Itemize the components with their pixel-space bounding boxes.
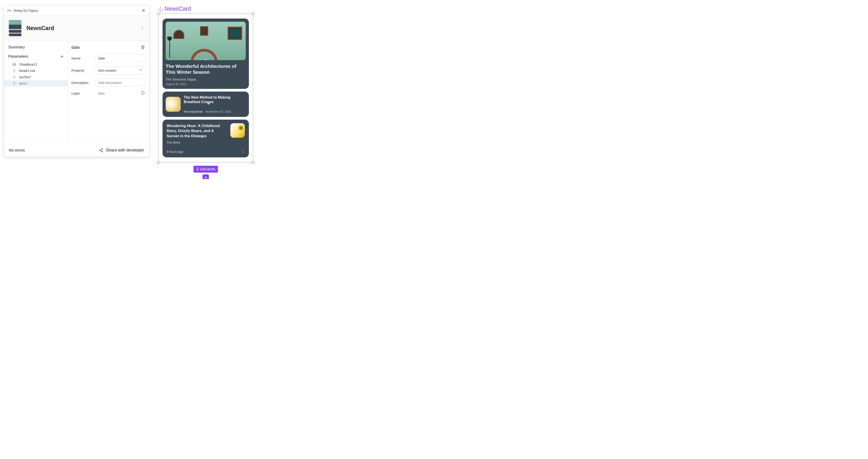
plugin-footer: No errors Share with developer [4,144,149,157]
name-field-label: Name [71,56,92,60]
component-more-button[interactable] [140,25,145,31]
svg-rect-10 [158,9,160,10]
card-headline: The Wonderful Architectures of This Wint… [166,63,246,75]
svg-point-4 [142,92,144,94]
close-button[interactable] [141,8,146,13]
card-author: Morning Break [184,110,203,113]
parameter-date[interactable]: date [4,80,68,87]
add-variant-button[interactable] [203,174,209,179]
card-date: August 25, 2021 [166,83,246,86]
svg-point-2 [142,29,143,29]
property-field-label: Property [71,68,92,72]
svg-rect-3 [13,63,16,66]
layer-field-label: Layer [71,91,92,95]
resize-handle[interactable] [252,12,254,15]
text-icon [12,69,16,72]
anchor-point-icon [205,59,207,60]
card-date: 4 hours ago [166,150,183,154]
card-author: The Bees [166,141,227,144]
share-icon [99,148,103,153]
detail-title: date [71,45,80,50]
svg-point-12 [243,150,243,150]
component-frame[interactable]: The Wonderful Architectures of This Wint… [158,13,253,162]
plugin-title: Relay for Figma [14,8,38,12]
resize-handle[interactable] [157,12,160,15]
relay-plugin-panel: Relay for Figma NewsCard Summary Paramet… [4,5,149,157]
resize-handle[interactable] [252,161,254,163]
card-thumbnail [230,123,245,138]
component-header: NewsCard [4,15,149,41]
share-with-developer-button[interactable]: Share with developer [99,148,144,153]
relay-logo-icon [7,8,11,13]
newscard-variant-audio[interactable]: The New Method to Making Breakfast Crepe… [162,92,249,117]
card-headline: The New Method to Making Breakfast Crepe… [184,95,246,105]
resize-handle[interactable] [157,161,160,163]
delete-parameter-button[interactable] [141,45,146,50]
image-icon [12,63,16,66]
svg-rect-8 [160,7,161,8]
parameter-headline[interactable]: headline [4,68,68,74]
description-field-label: Description [71,81,92,85]
parameter-thumbnail[interactable]: thumbnail [4,61,68,68]
parameters-header: Parameters [8,54,28,59]
svg-point-14 [243,152,243,153]
parameter-label: author [19,75,31,79]
component-thumbnail-preview [8,19,22,37]
svg-point-0 [142,27,143,27]
component-frame-label[interactable]: NewsCard [158,5,253,12]
parameter-label: date [19,82,27,85]
frame-label-text: NewsCard [164,5,191,12]
card-author: The Seasonal Sagas [166,78,246,81]
svg-rect-11 [161,9,162,10]
card-more-button[interactable] [241,149,245,154]
layer-value: date [94,91,138,95]
parameter-detail-pane: date Name Property Descriptio [68,41,149,144]
component-name: NewsCard [26,25,54,31]
svg-rect-9 [160,10,161,11]
figma-canvas: NewsCard The Wonderful Architectures of … [158,5,253,179]
variants-count-badge[interactable]: 3 Variants [193,166,218,173]
card-date: November 10, 2021 [206,110,231,113]
text-icon [12,75,16,79]
newscard-variant-hero[interactable]: The Wonderful Architectures of This Wint… [162,19,249,89]
status-text: No errors [9,148,25,153]
property-select[interactable] [94,66,145,74]
sidebar-summary[interactable]: Summary [4,45,68,54]
description-input[interactable] [94,79,146,87]
text-icon [12,82,16,85]
parameter-label: headline [19,69,35,72]
plugin-sidebar: Summary Parameters thumbnail headline [4,41,68,144]
card-thumbnail [166,97,181,112]
svg-point-1 [142,28,143,28]
parameter-label: thumbnail [19,63,37,66]
newscard-variant-compact[interactable]: Wondering Hour: A Childhood Story, Grizz… [162,120,249,157]
card-headline: Wondering Hour: A Childhood Story, Grizz… [166,123,227,139]
share-label: Share with developer [106,148,144,153]
svg-point-13 [243,151,243,152]
card-thumbnail [166,22,246,60]
name-input[interactable] [94,54,146,62]
parameter-author[interactable]: author [4,74,68,80]
plugin-titlebar: Relay for Figma [4,6,149,15]
component-icon [158,6,163,11]
locate-layer-button[interactable] [141,91,146,96]
add-parameter-button[interactable] [59,54,65,59]
